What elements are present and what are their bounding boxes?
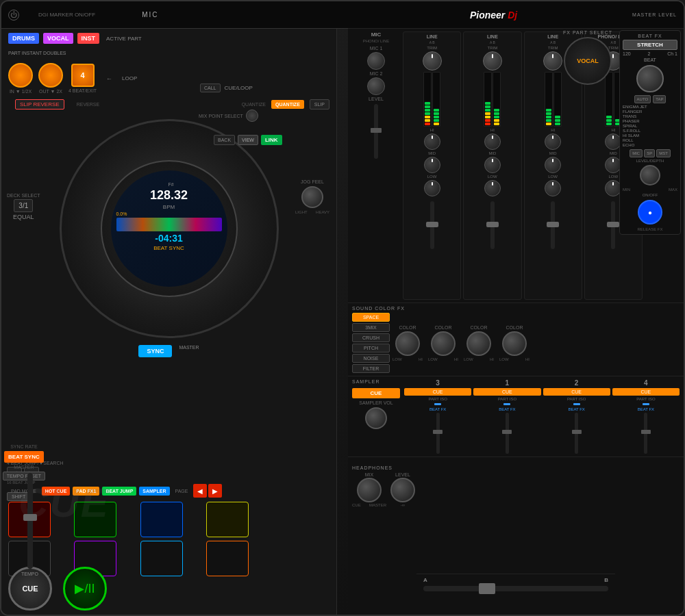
view-button[interactable]: VIEW [238,135,258,145]
ch3-trim-knob[interactable] [423,51,442,70]
ch3-low-knob[interactable] [424,180,440,196]
sampler-fader-2[interactable] [575,413,578,454]
sp-fx-btn[interactable]: SP [644,149,655,157]
link-button[interactable]: LINK [261,135,282,145]
sampler-cue-ch2[interactable]: CUE [543,388,610,396]
filter-button[interactable]: FILTER [352,364,390,373]
color-knob-2[interactable] [431,331,456,356]
sampler-fader-2-cap[interactable] [572,430,582,434]
sampler-fader-4[interactable] [644,413,647,454]
crossfader-cap[interactable] [479,583,495,594]
ch2-trim-knob[interactable] [543,51,562,70]
vocal-button[interactable]: VOCAL [43,33,73,44]
drums-button[interactable]: DRUMS [8,33,39,44]
pad-8[interactable] [206,541,249,576]
space-button[interactable]: SPACE [352,313,390,322]
sampler-fader-1-cap[interactable] [502,430,512,434]
jog-wheel-inner[interactable]: DECK 1 MT F# 0 128.32 BPM [101,160,238,297]
beat-sync-button[interactable]: BEAT SYNC [4,451,44,463]
color-knob-1[interactable] [395,331,420,356]
ch4-low-label: LOW [609,175,619,179]
pad-fx1-button[interactable]: PAD FX1 [73,487,99,496]
tempo-fader-cap[interactable] [23,514,37,521]
hp-level-knob[interactable] [390,478,415,502]
beat-knob[interactable] [636,65,664,92]
out-button[interactable] [38,63,63,88]
mic-fader-cap[interactable] [371,128,382,133]
play-pause-button[interactable]: ▶/II [63,567,107,611]
noise-button[interactable]: NOISE [352,354,390,363]
call-button[interactable]: CALL [200,84,221,92]
ch1-mid-knob[interactable] [484,157,501,173]
ch3-mid-knob[interactable] [424,157,440,173]
pad-4[interactable] [206,502,249,537]
mic1-knob[interactable] [367,52,385,70]
fx-part-wheel[interactable]: VOCAL [564,37,612,85]
ch1-fader[interactable] [490,201,495,249]
inst-button[interactable]: INST [77,33,100,44]
mic2-knob[interactable] [367,77,385,95]
hp-mix-knob[interactable] [357,478,382,502]
ch2-low-knob[interactable] [545,180,561,196]
auto-button[interactable]: AUTO [634,95,651,103]
deck-select-button[interactable]: 3/1 [14,199,33,212]
sampler-fader-4-cap[interactable] [641,430,651,434]
mic-fx-btn[interactable]: MIC [630,149,643,157]
beat-jump-button[interactable]: BEAT JUMP [102,487,136,496]
stretch-button[interactable]: STRETCH [623,40,677,50]
sampler-fader-3-cap[interactable] [433,430,443,434]
on-off-button[interactable]: ● [638,200,662,224]
ch1-fader-cap[interactable] [486,222,499,227]
ch4-fader-cap[interactable] [607,222,619,227]
jog-screen: DECK 1 MT F# 0 128.32 BPM [111,170,227,287]
pad-7[interactable] [140,541,183,576]
ch3-fader[interactable] [430,201,434,249]
sampler-cue-ch3[interactable]: CUE [404,388,471,396]
ch1-trim-knob[interactable] [483,51,502,70]
beat-exit-button[interactable]: 4 [71,64,95,87]
sampler-cue-ch1[interactable]: CUE [473,388,540,396]
sampler-vol-label: SAMPLER VOL [352,400,400,405]
mst-fx-btn[interactable]: MST [656,149,671,157]
ch2-fader-cap[interactable] [547,222,559,227]
sampler-cue-ch4[interactable]: CUE [612,388,680,396]
crush-button[interactable]: CRUSH [352,333,390,342]
sampler-cue-button[interactable]: CUE [352,388,400,398]
page-back-button[interactable]: ◀ [193,484,207,498]
sampler-fader-1[interactable] [506,413,509,454]
level-depth-knob[interactable] [640,165,660,185]
color-knob-3[interactable] [466,331,491,356]
out-btn-col: OUT ▼ 2X [38,63,63,94]
slip-button[interactable]: SLIP [310,99,329,110]
color-knob-4[interactable] [502,331,527,356]
ch2-fader[interactable] [551,201,555,249]
sampler-vol-knob[interactable] [365,407,387,429]
tempo-fader-track[interactable] [27,473,33,569]
jog-feel-knob[interactable] [301,186,323,208]
tap-button[interactable]: TAP [653,95,666,103]
ch1-hi-knob[interactable] [484,133,501,150]
pad-2[interactable] [74,502,116,537]
page-forward-button[interactable]: ▶ [208,484,222,498]
sampler-pad-button[interactable]: SAMPLER [139,487,169,496]
ch2-hi-knob[interactable] [545,133,561,150]
pad-3[interactable] [140,502,183,537]
ch3-hi-knob[interactable] [424,133,440,150]
3mix-button[interactable]: 3MIX [352,323,390,332]
mix-point-knob[interactable] [246,110,258,122]
ch2-mid-knob[interactable] [545,157,561,173]
power-button[interactable]: ⏻ [8,10,19,21]
jog-wheel-outer[interactable]: DECK 1 MT F# 0 128.32 BPM [60,119,279,338]
slip-reverse-button[interactable]: SLIP REVERSE [15,99,64,110]
crossfader-track[interactable] [423,586,608,591]
ch4-fader[interactable] [611,201,615,249]
pitch-button[interactable]: PITCH [352,344,390,352]
sampler-fader-3[interactable] [436,413,440,454]
mic-fader-track[interactable] [374,104,378,159]
in-button[interactable] [8,63,33,88]
sync-button[interactable]: SYNC [138,345,172,357]
ch3-fader-cap[interactable] [426,222,438,227]
ch1-low-knob[interactable] [484,180,501,196]
back-button[interactable]: BACK [214,135,235,145]
quantize-button[interactable]: QUANTIZE [271,100,304,109]
